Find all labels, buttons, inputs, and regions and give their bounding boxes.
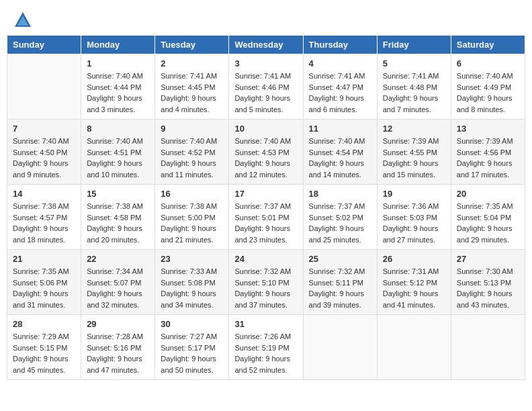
calendar-header: SundayMondayTuesdayWednesdayThursdayFrid… [7,36,525,54]
cell-info: Sunrise: 7:31 AMSunset: 5:12 PMDaylight:… [383,266,445,310]
day-cell: 17Sunrise: 7:37 AMSunset: 5:01 PMDayligh… [229,185,303,250]
day-number: 28 [13,319,75,329]
cell-info: Sunrise: 7:36 AMSunset: 5:03 PMDaylight:… [383,201,445,245]
day-cell: 3Sunrise: 7:41 AMSunset: 4:46 PMDaylight… [229,54,303,120]
logo-icon [13,11,32,30]
day-cell [451,315,525,380]
day-number: 12 [383,124,445,134]
day-cell: 5Sunrise: 7:41 AMSunset: 4:48 PMDaylight… [377,54,451,120]
cell-info: Sunrise: 7:40 AMSunset: 4:49 PMDaylight:… [457,71,519,115]
header-cell-thursday: Thursday [303,36,377,54]
day-number: 18 [309,189,371,199]
day-cell: 4Sunrise: 7:41 AMSunset: 4:47 PMDaylight… [303,54,377,120]
cell-info: Sunrise: 7:40 AMSunset: 4:51 PMDaylight:… [87,136,149,180]
header-row: SundayMondayTuesdayWednesdayThursdayFrid… [7,36,525,54]
cell-info: Sunrise: 7:41 AMSunset: 4:46 PMDaylight:… [234,71,297,115]
day-cell: 8Sunrise: 7:40 AMSunset: 4:51 PMDaylight… [81,120,155,185]
cell-info: Sunrise: 7:41 AMSunset: 4:48 PMDaylight:… [383,71,445,115]
day-number: 7 [13,124,75,134]
cell-info: Sunrise: 7:32 AMSunset: 5:10 PMDaylight:… [234,266,297,310]
header [0,0,532,35]
calendar-body: 1Sunrise: 7:40 AMSunset: 4:44 PMDaylight… [7,54,525,380]
day-cell: 1Sunrise: 7:40 AMSunset: 4:44 PMDaylight… [81,54,155,120]
day-number: 2 [161,58,223,68]
cell-info: Sunrise: 7:40 AMSunset: 4:54 PMDaylight:… [309,136,371,180]
day-number: 24 [234,254,297,264]
day-cell: 29Sunrise: 7:28 AMSunset: 5:16 PMDayligh… [81,315,155,380]
day-number: 3 [234,58,297,68]
day-number: 10 [234,124,297,134]
day-cell: 11Sunrise: 7:40 AMSunset: 4:54 PMDayligh… [303,120,377,185]
cell-info: Sunrise: 7:40 AMSunset: 4:53 PMDaylight:… [234,136,297,180]
day-cell: 31Sunrise: 7:26 AMSunset: 5:19 PMDayligh… [229,315,303,380]
day-number: 1 [87,58,149,68]
day-cell: 9Sunrise: 7:40 AMSunset: 4:52 PMDaylight… [155,120,229,185]
day-number: 27 [457,254,519,264]
cell-info: Sunrise: 7:28 AMSunset: 5:16 PMDaylight:… [87,331,149,375]
day-cell: 21Sunrise: 7:35 AMSunset: 5:06 PMDayligh… [7,250,81,315]
cell-info: Sunrise: 7:40 AMSunset: 4:50 PMDaylight:… [13,136,75,180]
day-cell: 7Sunrise: 7:40 AMSunset: 4:50 PMDaylight… [7,120,81,185]
week-row-1: 1Sunrise: 7:40 AMSunset: 4:44 PMDaylight… [7,54,525,120]
day-cell [377,315,451,380]
day-number: 19 [383,189,445,199]
cell-info: Sunrise: 7:33 AMSunset: 5:08 PMDaylight:… [161,266,223,310]
day-number: 5 [383,58,445,68]
day-number: 23 [161,254,223,264]
day-cell: 23Sunrise: 7:33 AMSunset: 5:08 PMDayligh… [155,250,229,315]
day-number: 31 [234,319,297,329]
day-number: 20 [457,189,519,199]
day-cell: 25Sunrise: 7:32 AMSunset: 5:11 PMDayligh… [303,250,377,315]
calendar-table: SundayMondayTuesdayWednesdayThursdayFrid… [7,35,525,380]
day-number: 16 [161,189,223,199]
logo [13,11,35,30]
cell-info: Sunrise: 7:27 AMSunset: 5:17 PMDaylight:… [161,331,223,375]
day-number: 22 [87,254,149,264]
cell-info: Sunrise: 7:29 AMSunset: 5:15 PMDaylight:… [13,331,75,375]
day-cell: 2Sunrise: 7:41 AMSunset: 4:45 PMDaylight… [155,54,229,120]
day-number: 29 [87,319,149,329]
day-cell: 16Sunrise: 7:38 AMSunset: 5:00 PMDayligh… [155,185,229,250]
day-number: 15 [87,189,149,199]
header-cell-sunday: Sunday [7,36,81,54]
day-cell: 24Sunrise: 7:32 AMSunset: 5:10 PMDayligh… [229,250,303,315]
day-cell: 30Sunrise: 7:27 AMSunset: 5:17 PMDayligh… [155,315,229,380]
cell-info: Sunrise: 7:35 AMSunset: 5:06 PMDaylight:… [13,266,75,310]
header-cell-wednesday: Wednesday [229,36,303,54]
day-number: 14 [13,189,75,199]
day-number: 26 [383,254,445,264]
header-cell-monday: Monday [81,36,155,54]
day-cell: 27Sunrise: 7:30 AMSunset: 5:13 PMDayligh… [451,250,525,315]
cell-info: Sunrise: 7:40 AMSunset: 4:44 PMDaylight:… [87,71,149,115]
header-cell-tuesday: Tuesday [155,36,229,54]
cell-info: Sunrise: 7:37 AMSunset: 5:02 PMDaylight:… [309,201,371,245]
cell-info: Sunrise: 7:34 AMSunset: 5:07 PMDaylight:… [87,266,149,310]
cell-info: Sunrise: 7:26 AMSunset: 5:19 PMDaylight:… [234,331,297,375]
day-cell: 6Sunrise: 7:40 AMSunset: 4:49 PMDaylight… [451,54,525,120]
day-cell: 15Sunrise: 7:38 AMSunset: 4:58 PMDayligh… [81,185,155,250]
week-row-3: 14Sunrise: 7:38 AMSunset: 4:57 PMDayligh… [7,185,525,250]
day-cell [303,315,377,380]
day-cell: 18Sunrise: 7:37 AMSunset: 5:02 PMDayligh… [303,185,377,250]
day-number: 9 [161,124,223,134]
cell-info: Sunrise: 7:37 AMSunset: 5:01 PMDaylight:… [234,201,297,245]
cell-info: Sunrise: 7:38 AMSunset: 4:57 PMDaylight:… [13,201,75,245]
day-cell: 20Sunrise: 7:35 AMSunset: 5:04 PMDayligh… [451,185,525,250]
day-number: 21 [13,254,75,264]
day-cell: 14Sunrise: 7:38 AMSunset: 4:57 PMDayligh… [7,185,81,250]
day-cell: 26Sunrise: 7:31 AMSunset: 5:12 PMDayligh… [377,250,451,315]
day-cell: 12Sunrise: 7:39 AMSunset: 4:55 PMDayligh… [377,120,451,185]
cell-info: Sunrise: 7:41 AMSunset: 4:45 PMDaylight:… [161,71,223,115]
day-number: 30 [161,319,223,329]
header-cell-saturday: Saturday [451,36,525,54]
cell-info: Sunrise: 7:40 AMSunset: 4:52 PMDaylight:… [161,136,223,180]
day-number: 25 [309,254,371,264]
day-cell [7,54,81,120]
cell-info: Sunrise: 7:32 AMSunset: 5:11 PMDaylight:… [309,266,371,310]
week-row-5: 28Sunrise: 7:29 AMSunset: 5:15 PMDayligh… [7,315,525,380]
week-row-4: 21Sunrise: 7:35 AMSunset: 5:06 PMDayligh… [7,250,525,315]
cell-info: Sunrise: 7:41 AMSunset: 4:47 PMDaylight:… [309,71,371,115]
day-number: 6 [457,58,519,68]
day-cell: 13Sunrise: 7:39 AMSunset: 4:56 PMDayligh… [451,120,525,185]
header-cell-friday: Friday [377,36,451,54]
